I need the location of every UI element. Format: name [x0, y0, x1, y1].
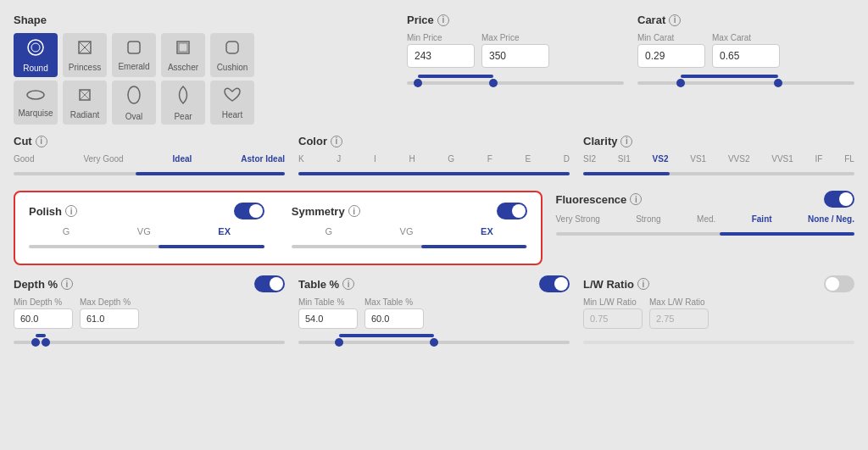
svg-rect-9	[179, 43, 187, 52]
polish-symmetry-row: Polish i G VG EX	[29, 203, 527, 253]
fluorescence-slider[interactable]	[556, 227, 855, 241]
depth-max-input[interactable]	[80, 308, 139, 329]
color-labels: K J I H G F E D	[298, 154, 570, 164]
color-slider[interactable]	[298, 167, 570, 181]
carat-max-input[interactable]	[712, 44, 780, 68]
princess-icon	[76, 39, 93, 60]
lw-info-icon[interactable]: i	[637, 278, 649, 290]
polish-header: Polish i	[29, 203, 264, 219]
shape-btn-heart[interactable]: Heart	[210, 81, 254, 125]
fluorescence-title: Fluorescence i	[556, 193, 643, 206]
table-inputs: Min Table % Max Table %	[298, 297, 570, 329]
cut-labels: Good Very Good Ideal Astor Ideal	[14, 154, 285, 164]
price-max-group: Max Price	[481, 33, 549, 68]
carat-min-input[interactable]	[637, 44, 705, 68]
price-track	[407, 81, 624, 85]
depth-info-icon[interactable]: i	[61, 278, 73, 290]
marquise-icon	[25, 88, 46, 106]
shape-btn-round[interactable]: Round	[14, 33, 58, 77]
row-2: Cut i Good Very Good Ideal Astor Ideal C…	[14, 135, 854, 181]
carat-section: Carat i Min Carat Max Carat	[637, 14, 854, 125]
table-title: Table % i	[298, 278, 354, 291]
lw-section: L/W Ratio i Min L/W Ratio Max L/W Ratio	[583, 275, 854, 351]
carat-thumb-left[interactable]	[676, 79, 685, 87]
symmetry-slider[interactable]	[292, 240, 527, 253]
svg-line-4	[85, 42, 91, 47]
carat-thumb-right[interactable]	[774, 79, 782, 87]
svg-line-16	[85, 95, 90, 100]
color-info-icon[interactable]: i	[331, 136, 342, 147]
shape-btn-radiant[interactable]: Radiant	[63, 81, 107, 125]
carat-slider[interactable]	[637, 75, 854, 92]
price-max-input[interactable]	[481, 44, 549, 68]
polish-info-icon[interactable]: i	[65, 205, 77, 217]
shape-btn-marquise[interactable]: Marquise	[14, 81, 58, 125]
table-thumb-right[interactable]	[430, 338, 438, 347]
depth-slider[interactable]	[14, 334, 285, 351]
lw-header: L/W Ratio i	[583, 275, 854, 292]
price-thumb-right[interactable]	[489, 79, 498, 87]
svg-rect-7	[128, 42, 140, 53]
depth-thumb-right[interactable]	[42, 338, 50, 347]
table-thumb-left[interactable]	[335, 338, 343, 347]
price-thumb-left[interactable]	[414, 79, 422, 87]
polish-toggle-knob	[249, 204, 263, 218]
row-1: Shape Round Princess	[14, 14, 854, 125]
polish-toggle[interactable]	[234, 203, 264, 219]
symmetry-toggle-knob	[512, 204, 526, 218]
shape-btn-princess[interactable]: Princess	[63, 33, 107, 77]
lw-toggle-knob	[826, 277, 839, 291]
symmetry-header: Symmetry i	[292, 203, 527, 219]
carat-info-icon[interactable]: i	[669, 14, 681, 26]
price-min-input[interactable]	[407, 44, 475, 68]
table-min-input[interactable]	[298, 308, 358, 329]
table-toggle[interactable]	[539, 275, 570, 292]
depth-min-input[interactable]	[14, 308, 73, 329]
lw-min-input[interactable]	[583, 308, 643, 329]
shape-btn-oval[interactable]: Oval	[112, 81, 156, 125]
cut-slider[interactable]	[14, 167, 285, 181]
depth-toggle[interactable]	[254, 275, 285, 292]
symmetry-info-icon[interactable]: i	[348, 205, 360, 217]
cushion-icon	[224, 39, 241, 60]
symmetry-toggle[interactable]	[497, 203, 527, 219]
table-max-input[interactable]	[364, 308, 424, 329]
polish-slider[interactable]	[29, 240, 264, 253]
fluorescence-info-icon[interactable]: i	[630, 193, 642, 205]
lw-max-input[interactable]	[649, 308, 709, 329]
price-info-icon[interactable]: i	[437, 14, 449, 26]
svg-line-14	[85, 90, 90, 95]
radiant-icon	[76, 86, 93, 108]
fluorescence-toggle[interactable]	[824, 191, 854, 208]
fluorescence-fill	[720, 232, 854, 236]
cut-info-icon[interactable]: i	[36, 136, 47, 147]
lw-min-group: Min L/W Ratio	[583, 297, 643, 329]
depth-thumb-left[interactable]	[31, 338, 40, 347]
lw-inputs: Min L/W Ratio Max L/W Ratio	[583, 297, 854, 329]
svg-line-6	[85, 47, 91, 53]
svg-rect-10	[226, 42, 238, 53]
clarity-info-icon[interactable]: i	[620, 136, 632, 147]
fluorescence-toggle-knob	[839, 192, 853, 206]
shape-btn-emerald[interactable]: Emerald	[112, 33, 156, 77]
fluorescence-labels: Very Strong Strong Med. Faint None / Neg…	[556, 214, 855, 224]
row-3: Polish i G VG EX	[14, 191, 854, 265]
clarity-title: Clarity i	[583, 135, 854, 147]
table-min-group: Min Table %	[298, 297, 358, 329]
shape-btn-pear[interactable]: Pear	[161, 81, 205, 125]
clarity-slider[interactable]	[583, 167, 854, 181]
depth-toggle-knob	[270, 277, 283, 291]
symmetry-block: Symmetry i G VG EX	[292, 203, 527, 253]
table-slider[interactable]	[298, 334, 570, 351]
shape-btn-cushion[interactable]: Cushion	[210, 33, 254, 77]
lw-title: L/W Ratio i	[583, 278, 649, 291]
price-slider[interactable]	[407, 75, 624, 92]
lw-slider	[583, 334, 854, 351]
svg-point-11	[27, 91, 44, 99]
depth-min-group: Min Depth %	[14, 297, 73, 329]
row-4: Depth % i Min Depth % Max Depth %	[14, 275, 854, 351]
table-max-group: Max Table %	[364, 297, 424, 329]
table-info-icon[interactable]: i	[342, 278, 354, 290]
shape-btn-asscher[interactable]: Asscher	[161, 33, 205, 77]
lw-toggle[interactable]	[824, 275, 854, 292]
